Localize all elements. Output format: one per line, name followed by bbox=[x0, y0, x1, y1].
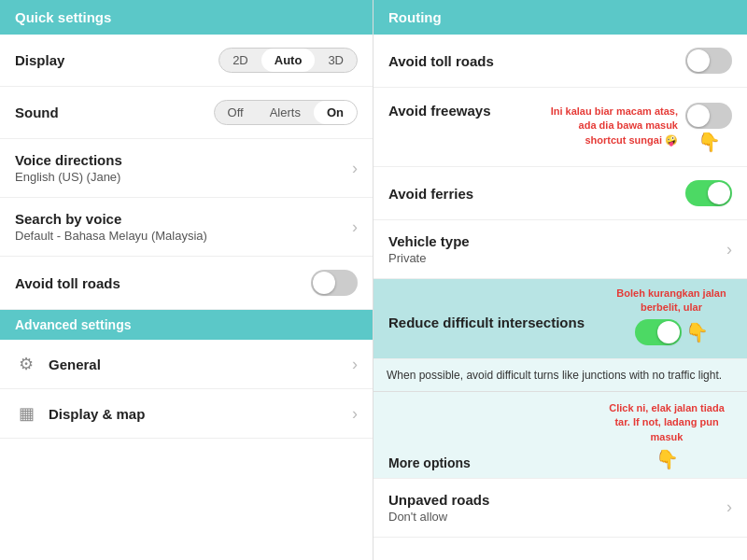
vehicle-type-row[interactable]: Vehicle type Private › bbox=[374, 220, 747, 279]
sound-segmented[interactable]: Off Alerts On bbox=[214, 100, 358, 125]
display-map-label-group: Display & map bbox=[49, 406, 345, 422]
search-by-voice-label: Search by voice bbox=[15, 211, 345, 227]
vehicle-type-label: Vehicle type bbox=[388, 233, 470, 249]
reduce-intersections-knob bbox=[657, 321, 680, 343]
search-by-voice-sublabel: Default - Bahasa Melayu (Malaysia) bbox=[15, 229, 345, 243]
display-label: Display bbox=[15, 52, 218, 68]
display-map-row[interactable]: ▦ Display & map › bbox=[0, 389, 373, 439]
display-map-icon: ▦ bbox=[15, 402, 37, 425]
left-avoid-toll-row: Avoid toll roads bbox=[0, 257, 373, 310]
reduce-intersections-annotation: Boleh kurangkan jalan berbelit, ular bbox=[611, 287, 732, 315]
voice-directions-label: Voice directions bbox=[15, 152, 345, 168]
voice-directions-group: Voice directions English (US) (Jane) bbox=[15, 152, 345, 184]
vehicle-type-group: Vehicle type Private bbox=[388, 233, 470, 265]
right-avoid-toll-row: Avoid toll roads bbox=[374, 35, 747, 88]
display-label-group: Display bbox=[15, 52, 218, 68]
right-avoid-toll-label: Avoid toll roads bbox=[388, 53, 494, 69]
voice-directions-row[interactable]: Voice directions English (US) (Jane) › bbox=[0, 139, 373, 198]
left-panel: Quick settings Display 2D Auto 3D Sound … bbox=[0, 0, 374, 560]
hand-emoji-intersections: 👇 bbox=[685, 321, 709, 343]
more-options-row[interactable]: More options Click ni, elak jalan tiada … bbox=[374, 392, 747, 479]
left-avoid-toll-group: Avoid toll roads bbox=[15, 275, 311, 291]
avoid-ferries-row: Avoid ferries bbox=[374, 167, 747, 220]
unpaved-roads-label: Unpaved roads bbox=[388, 492, 489, 508]
avoid-freeways-row: Avoid freeways Ini kalau biar macam atas… bbox=[374, 88, 747, 167]
avoid-ferries-toggle[interactable] bbox=[685, 180, 732, 206]
voice-directions-chevron: › bbox=[352, 159, 358, 178]
display-3d-btn[interactable]: 3D bbox=[315, 49, 357, 72]
avoid-ferries-label: Avoid ferries bbox=[388, 186, 473, 202]
sound-label-group: Sound bbox=[15, 105, 214, 120]
display-auto-btn[interactable]: Auto bbox=[261, 49, 316, 72]
sound-on-btn[interactable]: On bbox=[314, 101, 357, 124]
avoid-freeways-toggle[interactable] bbox=[685, 103, 732, 129]
vehicle-type-chevron: › bbox=[726, 240, 732, 259]
vehicle-type-sublabel: Private bbox=[388, 251, 470, 265]
sound-alerts-btn[interactable]: Alerts bbox=[257, 101, 314, 124]
sound-setting-row: Sound Off Alerts On bbox=[0, 87, 373, 139]
unpaved-roads-row[interactable]: Unpaved roads Don't allow › bbox=[374, 479, 747, 538]
reduce-intersections-highlight-row: Reduce difficult intersections Boleh kur… bbox=[374, 279, 747, 359]
advanced-settings-header: Advanced settings bbox=[0, 310, 373, 340]
search-by-voice-chevron: › bbox=[352, 217, 358, 237]
sound-label: Sound bbox=[15, 105, 214, 120]
reduce-intersections-toggle[interactable] bbox=[635, 319, 682, 345]
more-options-label: More options bbox=[388, 455, 471, 470]
quick-settings-header: Quick settings bbox=[0, 0, 373, 35]
general-label-group: General bbox=[49, 357, 345, 372]
general-chevron: › bbox=[352, 355, 358, 374]
avoid-ferries-knob bbox=[708, 182, 730, 204]
avoid-freeways-annotation: Ini kalau biar macam atas, ada dia bawa … bbox=[538, 105, 678, 147]
left-avoid-toll-label: Avoid toll roads bbox=[15, 275, 311, 291]
hand-emoji-more-options: 👇 bbox=[655, 448, 679, 470]
display-map-label: Display & map bbox=[49, 406, 345, 422]
display-segmented[interactable]: 2D Auto 3D bbox=[218, 48, 358, 73]
unpaved-roads-group: Unpaved roads Don't allow bbox=[388, 492, 489, 524]
reduce-intersections-label: Reduce difficult intersections bbox=[388, 315, 585, 330]
unpaved-roads-sublabel: Don't allow bbox=[388, 510, 489, 524]
avoid-freeways-knob bbox=[687, 105, 710, 127]
search-by-voice-group: Search by voice Default - Bahasa Melayu … bbox=[15, 211, 345, 243]
sound-off-btn[interactable]: Off bbox=[215, 101, 257, 124]
voice-directions-sublabel: English (US) (Jane) bbox=[15, 170, 345, 184]
general-icon: ⚙ bbox=[15, 353, 37, 375]
left-avoid-toll-knob bbox=[313, 272, 335, 294]
avoid-freeways-label: Avoid freeways bbox=[388, 103, 491, 119]
general-label: General bbox=[49, 357, 345, 372]
left-avoid-toll-toggle[interactable] bbox=[311, 270, 358, 296]
info-box: When possible, avoid difficult turns lik… bbox=[374, 359, 747, 392]
display-setting-row: Display 2D Auto 3D bbox=[0, 35, 373, 87]
right-panel: Routing Avoid toll roads Avoid freeways … bbox=[374, 0, 747, 560]
unpaved-roads-chevron: › bbox=[726, 497, 732, 517]
display-map-chevron: › bbox=[352, 404, 358, 424]
general-row[interactable]: ⚙ General › bbox=[0, 340, 373, 389]
more-options-annotation: Click ni, elak jalan tiada tar. If not, … bbox=[601, 401, 732, 444]
hand-emoji-freeways: 👇 bbox=[698, 131, 721, 153]
right-avoid-toll-toggle[interactable] bbox=[685, 48, 732, 74]
right-avoid-toll-knob bbox=[687, 49, 710, 72]
display-2d-btn[interactable]: 2D bbox=[219, 49, 261, 72]
search-by-voice-row[interactable]: Search by voice Default - Bahasa Melayu … bbox=[0, 198, 373, 257]
routing-header: Routing bbox=[374, 0, 747, 35]
